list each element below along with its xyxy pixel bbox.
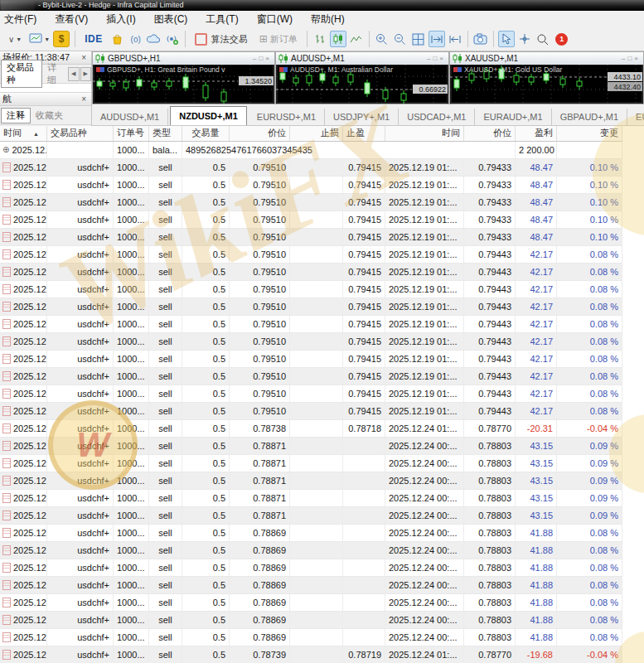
table-row[interactable]: 2025.12.1...usdchf+1000...sell0.50.79510… xyxy=(0,211,622,229)
deal-document-icon xyxy=(2,354,11,364)
timeframe-combo[interactable]: ∨▼ xyxy=(3,31,27,47)
zoom-out-icon[interactable] xyxy=(392,31,409,47)
new-order-button[interactable]: ⊞新订单 xyxy=(254,31,303,47)
column-header-2[interactable]: 订单号 xyxy=(114,126,149,141)
tab-scroll-right-icon[interactable]: ▶ xyxy=(80,67,91,81)
column-header-9[interactable]: 价位 xyxy=(464,126,516,141)
menu-item-3[interactable]: 图表(C) xyxy=(145,12,197,27)
search-icon[interactable] xyxy=(535,31,551,47)
chart-tab-USDJPY+,M1[interactable]: USDJPY+,M1 xyxy=(325,109,399,125)
chart-tab-AUDUSD+,M1[interactable]: AUDUSD+,M1 xyxy=(92,109,168,125)
tab-symbols[interactable]: 交易品种 xyxy=(1,60,42,88)
table-row[interactable]: 2025.12.1...usdchf+1000...sell0.50.79510… xyxy=(0,298,622,316)
close-icon[interactable]: × xyxy=(79,53,89,62)
tab-details[interactable]: 详细 xyxy=(42,60,67,87)
table-row[interactable]: 2025.12.2...usdchf+1000...sell0.50.78869… xyxy=(0,577,622,594)
table-row[interactable]: 2025.12.1...usdchf+1000...sell0.50.79510… xyxy=(0,281,622,298)
table-row[interactable]: 2025.12.1...usdchf+1000...sell0.50.79510… xyxy=(0,351,622,368)
signals-icon[interactable]: (o) xyxy=(128,31,144,47)
table-row-balance[interactable]: ⊕2025.12.1...1000...bala...4895268254761… xyxy=(0,142,622,159)
column-header-7[interactable]: 止盈 xyxy=(343,126,385,141)
column-header-10[interactable]: 盈利 xyxy=(516,126,557,141)
close-icon[interactable]: × xyxy=(79,94,89,104)
market-bag-icon[interactable] xyxy=(109,31,126,47)
chart-canvas[interactable]: 0.66922AUDUSD+, M1: Australian Dollar xyxy=(276,65,448,104)
table-row[interactable]: 2025.12.2...usdchf+1000...sell0.50.78869… xyxy=(0,559,622,577)
table-row[interactable]: 2025.12.1...usdchf+1000...sell0.50.79510… xyxy=(0,368,622,385)
candlestick-mode-icon[interactable] xyxy=(330,31,346,47)
tab-favorites[interactable]: 收藏夹 xyxy=(31,109,68,123)
table-row[interactable]: 2025.12.2...usdchf+1000...sell0.50.78871… xyxy=(0,438,622,455)
chart-canvas[interactable]: 4433.104432.40XAUUSD+, M1: Gold US Dolla… xyxy=(450,65,643,104)
chart-canvas[interactable]: 1.34520GBPUSD+, H1: Great Britain Pound … xyxy=(93,65,274,104)
table-row[interactable]: 2025.12.1...usdchf+1000...sell0.50.79510… xyxy=(0,229,622,246)
metaeditor-ide-button[interactable]: IDE xyxy=(80,31,108,47)
table-row[interactable]: 2025.12.2...usdchf+1000...sell0.50.78871… xyxy=(0,490,622,507)
menu-item-0[interactable]: 文件(F) xyxy=(0,12,46,27)
table-row[interactable]: 2025.12.2...usdchf+1000...sell0.50.78871… xyxy=(0,472,622,490)
table-row[interactable]: 2025.12.1...usdchf+1000...sell0.50.79510… xyxy=(0,333,622,351)
menu-item-4[interactable]: 工具(T) xyxy=(196,12,247,27)
cell: 0.79443 xyxy=(464,333,516,350)
table-row[interactable]: 2025.12.1...usdchf+1000...sell0.50.79510… xyxy=(0,385,622,403)
broadcast-add-icon[interactable] xyxy=(164,31,181,47)
chart-window-titlebar[interactable]: GBPUSD+,H1–□× xyxy=(93,52,274,65)
table-row[interactable]: 2025.12.2...usdchf+1000...sell0.50.78869… xyxy=(0,542,622,559)
column-header-8[interactable]: 时间 xyxy=(385,126,464,141)
deposit-icon[interactable]: $ xyxy=(52,31,70,47)
chart-tab-EU[interactable]: EU xyxy=(627,109,644,125)
algo-trading-button[interactable]: 算法交易 xyxy=(190,31,253,47)
menu-item-5[interactable]: 窗口(W) xyxy=(248,12,302,27)
table-row[interactable]: 2025.12.1...usdchf+1000...sell0.50.79510… xyxy=(0,159,622,177)
table-row[interactable]: 2025.12.2...usdchf+1000...sell0.50.78738… xyxy=(0,420,622,438)
menu-item-6[interactable]: 帮助(H) xyxy=(302,12,354,27)
bar-chart-mode-icon[interactable] xyxy=(312,31,328,47)
chart-tab-GBPAUD+,M1[interactable]: GBPAUD+,M1 xyxy=(552,109,627,125)
column-header-3[interactable]: 类型 xyxy=(149,126,182,141)
table-row[interactable]: 2025.12.2...usdchf+1000...sell0.50.78869… xyxy=(0,525,622,542)
column-header-5[interactable]: 价位 xyxy=(230,126,290,141)
chart-shift-icon[interactable] xyxy=(447,31,463,47)
close-icon[interactable]: × xyxy=(439,55,446,62)
notifications-badge[interactable]: 1 xyxy=(553,31,569,47)
column-header-4[interactable]: 交易量 xyxy=(182,126,230,141)
table-row[interactable]: 2025.12.1...usdchf+1000...sell0.50.79510… xyxy=(0,194,622,211)
table-row[interactable]: 2025.12.2...usdchf+1000...sell0.50.78869… xyxy=(0,594,622,612)
chart-tab-EURUSD+,M1[interactable]: EURUSD+,M1 xyxy=(249,109,325,125)
chart-tab-EURAUD+,M1[interactable]: EURAUD+,M1 xyxy=(475,109,551,125)
close-icon[interactable]: × xyxy=(634,55,641,62)
close-icon[interactable]: × xyxy=(265,55,272,62)
table-row[interactable]: 2025.12.2...usdchf+1000...sell0.50.78871… xyxy=(0,507,622,525)
table-row[interactable]: 2025.12.1...usdchf+1000...sell0.50.79510… xyxy=(0,246,622,264)
line-chart-mode-icon[interactable] xyxy=(348,31,365,47)
cursor-arrow-icon[interactable] xyxy=(498,31,515,47)
chart-window-titlebar[interactable]: AUDUSD+,M1–□× xyxy=(276,52,448,65)
vps-cloud-icon[interactable] xyxy=(146,31,162,47)
chart-tab-USDCAD+,M1[interactable]: USDCAD+,M1 xyxy=(399,109,475,125)
crosshair-icon[interactable] xyxy=(516,31,533,47)
chart-window-titlebar[interactable]: XAUUSD+,M1–□× xyxy=(450,52,643,65)
table-row[interactable]: 2025.12.2...usdchf+1000...sell0.50.78869… xyxy=(0,629,622,646)
table-row[interactable]: 2025.12.2...usdchf+1000...sell0.50.78871… xyxy=(0,455,622,472)
table-row[interactable]: 2025.12.1...usdchf+1000...sell0.50.79510… xyxy=(0,403,622,420)
zoom-in-icon[interactable] xyxy=(374,31,390,47)
table-row[interactable]: 2025.12.2...usdchf+1000...sell0.50.78869… xyxy=(0,612,622,629)
cell: sell xyxy=(149,646,182,663)
table-row[interactable]: 2025.12.1...usdchf+1000...sell0.50.79510… xyxy=(0,316,622,333)
table-row[interactable]: 2025.12.1...usdchf+1000...sell0.50.79510… xyxy=(0,177,622,194)
table-row[interactable]: 2025.12.2...usdchf+1000...sell0.50.78739… xyxy=(0,646,622,663)
tile-windows-icon[interactable] xyxy=(410,31,427,47)
column-header-11[interactable]: 变更 xyxy=(557,126,622,141)
column-header-1[interactable]: 交易品种 xyxy=(47,126,114,141)
chart-window-icon[interactable]: ▼ xyxy=(28,31,51,47)
column-header-0[interactable]: 时间▲ xyxy=(0,126,47,141)
tab-scroll-left-icon[interactable]: ◀ xyxy=(68,67,79,81)
table-row[interactable]: 2025.12.1...usdchf+1000...sell0.50.79510… xyxy=(0,264,622,281)
auto-scroll-icon[interactable] xyxy=(429,31,445,47)
menu-item-2[interactable]: 插入(I) xyxy=(97,12,144,27)
screenshot-camera-icon[interactable] xyxy=(472,31,489,47)
menu-item-1[interactable]: 查看(V) xyxy=(46,12,97,27)
column-header-6[interactable]: 止损 xyxy=(290,126,343,141)
chart-tab-NZDUSD+,M1[interactable]: NZDUSD+,M1 xyxy=(170,106,247,125)
tab-common[interactable]: 注释 xyxy=(1,108,31,123)
